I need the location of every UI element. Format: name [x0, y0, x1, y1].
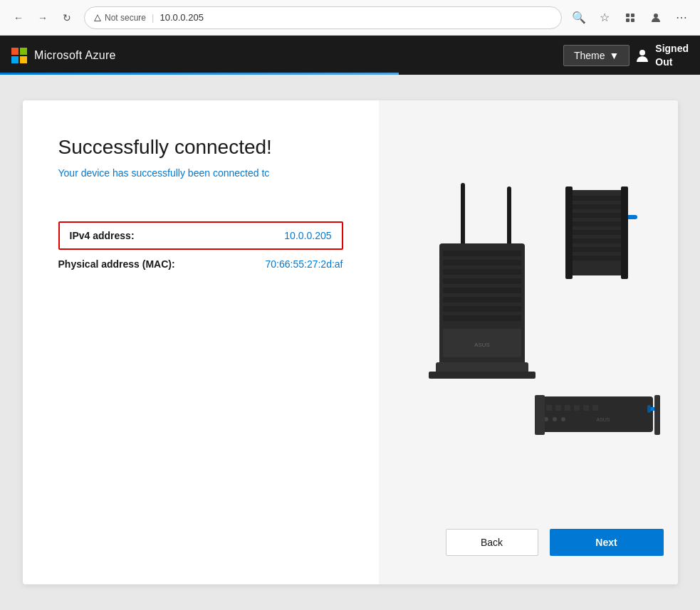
- svg-rect-14: [443, 297, 521, 303]
- svg-rect-29: [571, 256, 621, 261]
- svg-rect-12: [443, 278, 521, 284]
- address-bar[interactable]: Not secure | 10.0.0.205: [84, 6, 562, 29]
- svg-rect-3: [631, 19, 634, 22]
- svg-rect-13: [443, 288, 521, 293]
- svg-rect-7: [507, 186, 511, 247]
- svg-rect-35: [546, 405, 552, 411]
- svg-rect-6: [461, 183, 465, 247]
- main-card: Successfully connected! Your device has …: [23, 100, 678, 584]
- favorites-btn[interactable]: ☆: [595, 8, 615, 28]
- signed-out-label: SignedOut: [655, 42, 689, 68]
- mac-label: Physical address (MAC):: [58, 258, 175, 270]
- svg-rect-11: [443, 269, 521, 275]
- ms-sq-blue: [11, 56, 19, 63]
- not-secure-indicator: Not secure: [93, 13, 146, 23]
- mac-row: Physical address (MAC): 70:66:55:27:2d:a…: [58, 251, 343, 274]
- svg-rect-27: [571, 238, 621, 243]
- svg-rect-46: [535, 395, 545, 435]
- svg-point-45: [561, 417, 565, 421]
- success-subtitle: Your device has successfully been connec…: [58, 167, 343, 179]
- svg-rect-19: [436, 362, 528, 373]
- svg-rect-20: [429, 372, 536, 379]
- ms-logo: [11, 48, 27, 63]
- next-button[interactable]: Next: [550, 529, 664, 556]
- url-display: 10.0.0.205: [160, 12, 203, 23]
- ms-sq-red: [11, 48, 19, 55]
- svg-rect-40: [592, 405, 598, 411]
- search-browser-btn[interactable]: 🔍: [569, 8, 589, 28]
- svg-rect-15: [443, 306, 521, 312]
- svg-rect-47: [654, 395, 660, 435]
- back-button[interactable]: ←: [9, 8, 28, 28]
- success-title: Successfully connected!: [58, 136, 343, 159]
- ipv4-value: 10.0.0.205: [284, 230, 331, 241]
- svg-rect-36: [555, 405, 561, 411]
- brand-name: Microsoft Azure: [34, 49, 116, 62]
- browser-chrome: ← → ↻ Not secure | 10.0.0.205 🔍 ☆ ⋯: [0, 0, 700, 36]
- svg-text:ASUS: ASUS: [596, 417, 610, 422]
- svg-rect-10: [443, 260, 521, 265]
- more-btn[interactable]: ⋯: [672, 8, 691, 28]
- extensions-btn[interactable]: [620, 8, 640, 28]
- svg-rect-16: [443, 315, 521, 321]
- ms-sq-green: [20, 48, 27, 55]
- ipv4-label: IPv4 address:: [70, 230, 135, 241]
- svg-rect-42: [647, 405, 651, 413]
- svg-rect-33: [621, 186, 628, 279]
- svg-point-5: [639, 50, 645, 56]
- device-image: ASUS: [393, 115, 664, 522]
- top-navbar: Microsoft Azure Theme ▼ SignedOut: [0, 36, 700, 75]
- card-left: Successfully connected! Your device has …: [23, 100, 379, 584]
- svg-rect-38: [574, 405, 580, 411]
- ipv4-box: IPv4 address: 10.0.0.205: [58, 221, 343, 250]
- chevron-down-icon: ▼: [609, 50, 619, 61]
- svg-rect-24: [571, 213, 621, 218]
- azure-logo: Microsoft Azure: [11, 48, 116, 63]
- profile-btn[interactable]: [646, 8, 666, 28]
- svg-rect-9: [443, 251, 521, 256]
- ms-sq-yellow: [20, 56, 27, 63]
- forward-button[interactable]: →: [33, 8, 53, 28]
- svg-rect-2: [626, 19, 630, 22]
- main-content: Successfully connected! Your device has …: [0, 75, 700, 610]
- svg-rect-28: [571, 247, 621, 252]
- card-buttons: Back Next: [393, 522, 664, 556]
- theme-button[interactable]: Theme ▼: [563, 45, 630, 66]
- svg-rect-37: [565, 405, 570, 411]
- mac-value: 70:66:55:27:2d:af: [266, 258, 343, 270]
- svg-rect-25: [571, 221, 621, 226]
- svg-rect-23: [571, 204, 621, 209]
- user-icon-button[interactable]: [630, 43, 655, 68]
- back-button[interactable]: Back: [446, 529, 538, 556]
- svg-point-4: [654, 14, 658, 18]
- svg-rect-22: [571, 196, 621, 201]
- nav-buttons: ← → ↻: [9, 8, 77, 28]
- svg-point-44: [553, 417, 557, 421]
- browser-actions: 🔍 ☆ ⋯: [569, 8, 691, 28]
- svg-rect-34: [539, 396, 653, 432]
- svg-rect-26: [571, 230, 621, 235]
- svg-text:ASUS: ASUS: [474, 342, 490, 348]
- svg-rect-39: [583, 405, 589, 411]
- svg-rect-1: [631, 14, 634, 17]
- svg-rect-0: [626, 14, 630, 17]
- refresh-button[interactable]: ↻: [57, 8, 77, 28]
- card-right: ASUS: [379, 100, 678, 584]
- svg-rect-32: [565, 186, 573, 279]
